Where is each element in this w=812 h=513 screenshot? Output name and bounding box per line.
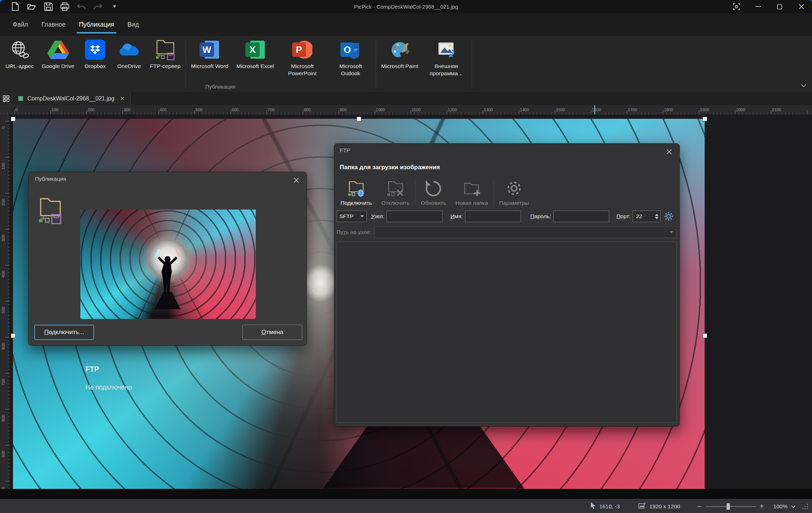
- toolbar-separator: [415, 180, 415, 206]
- ftp-toolbar-label: Новая папка: [455, 200, 488, 206]
- undo-icon[interactable]: [77, 3, 86, 11]
- hruler-label: 1000: [376, 108, 385, 112]
- tab-grid-icon[interactable]: [0, 92, 13, 105]
- title-bar: PicPick - CompDeskWalCol-2968__021.jpg: [0, 0, 812, 13]
- zoom-level: 100%: [773, 503, 788, 510]
- ribbon-item-external-program[interactable]: Внешняя программа⌄: [422, 38, 470, 78]
- publish-service-name: FTP: [85, 365, 99, 373]
- hruler-label: 800: [304, 108, 311, 112]
- ribbon-item-label: Microsoft Outlook: [330, 63, 371, 77]
- ribbon-item-label: Microsoft Paint: [381, 63, 418, 70]
- tab-главное[interactable]: Главное: [41, 18, 66, 31]
- cancel-button[interactable]: Отмена: [242, 325, 302, 340]
- ftp-toolbar-refresh-button[interactable]: Обновить: [416, 179, 451, 208]
- vruler-label: 400: [1, 271, 5, 278]
- picpick-window: PicPick - CompDeskWalCol-2968__021.jpg Ф…: [0, 0, 812, 513]
- new-file-icon[interactable]: [11, 3, 19, 11]
- minimize-button[interactable]: [747, 0, 769, 13]
- password-input[interactable]: [553, 211, 609, 222]
- ribbon-item-globe-link[interactable]: URL-адрес: [1, 38, 38, 71]
- vruler-label: 500: [1, 307, 5, 314]
- ftp-toolbar-disconnect-button[interactable]: Отключить: [377, 179, 414, 208]
- status-bar: 1610, -3 1920 x 1200 − + 100%: [0, 499, 812, 513]
- zoom-in-icon[interactable]: +: [760, 502, 764, 510]
- globe-link-icon: [9, 39, 30, 60]
- ribbon-item-ms-paint[interactable]: Microsoft Paint: [377, 38, 422, 71]
- hruler-label: 900: [340, 108, 347, 112]
- selection-handle-top-left[interactable]: [11, 117, 15, 121]
- publish-dialog: Публикация FTP Не подключено: [28, 172, 307, 346]
- protocol-select[interactable]: SFTP: [336, 211, 367, 222]
- hruler-label: 2000: [736, 108, 745, 112]
- ftp-dialog: FTP Папка для загрузки изображения Подкл…: [334, 143, 680, 427]
- svg-text:P: P: [296, 44, 302, 55]
- redo-icon[interactable]: [94, 3, 102, 11]
- ftp-connection-form: SFTP Узел: Имя: Пароль: Порт: 22: [336, 210, 677, 223]
- ftp-toolbar-connect-button[interactable]: Подключить: [336, 179, 377, 208]
- maximize-button[interactable]: [769, 0, 790, 13]
- image-size: 1920 x 1200: [649, 503, 680, 510]
- ftp-file-list[interactable]: [336, 242, 677, 423]
- gear-icon: [505, 180, 523, 198]
- selection-handle-middle-left[interactable]: [11, 333, 15, 338]
- vruler-label: 200: [1, 199, 5, 206]
- qat-dropdown-caret-icon[interactable]: [110, 3, 119, 11]
- ribbon-item-onedrive[interactable]: OneDrive: [112, 38, 146, 71]
- svg-text:O: O: [344, 44, 351, 55]
- tab-file-icon: [18, 96, 23, 101]
- ribbon-item-ms-outlook[interactable]: OMicrosoft Outlook: [326, 38, 375, 78]
- ribbon-item-label: FTP-сервер: [150, 63, 180, 70]
- ftp-toolbar-label: Обновить: [421, 200, 446, 206]
- hruler-label: 0: [15, 108, 18, 112]
- ftp-toolbar-new-folder-button[interactable]: Новая папка: [451, 179, 492, 208]
- ribbon-item-google-drive[interactable]: Google Drive: [38, 38, 78, 71]
- zoom-chevron-icon[interactable]: [791, 503, 795, 510]
- tab-title: CompDeskWalCol-2968__021.jpg: [27, 95, 114, 102]
- tab-публикация[interactable]: Публикация: [78, 18, 115, 31]
- close-button[interactable]: [790, 0, 812, 13]
- tab-файл[interactable]: Файл: [12, 18, 29, 31]
- port-spinner-arrows[interactable]: [655, 214, 660, 219]
- port-settings-gear-icon[interactable]: [664, 212, 673, 221]
- ribbon-item-label: Microsoft Excel: [236, 63, 274, 70]
- ftp-dialog-close-icon[interactable]: [664, 147, 674, 156]
- ribbon-item-label: Microsoft Word: [191, 63, 228, 70]
- zoom-slider-thumb[interactable]: [727, 503, 730, 510]
- ribbon-item-ms-powerpoint[interactable]: PMicrosoft PowerPoint: [278, 38, 326, 78]
- host-input[interactable]: [387, 211, 442, 222]
- password-label: Пароль:: [530, 213, 551, 220]
- vruler-label: 800: [1, 415, 5, 422]
- selection-handle-top-center[interactable]: [357, 117, 361, 121]
- hruler-label: 500: [196, 108, 202, 112]
- selection-handle-top-right[interactable]: [702, 117, 707, 121]
- window-title: PicPick - CompDeskWalCol-2968__021.jpg: [0, 0, 812, 13]
- connect-button[interactable]: Подключить...: [34, 325, 94, 340]
- ribbon-item-label: Microsoft PowerPoint: [282, 63, 322, 77]
- port-stepper[interactable]: 22: [633, 211, 661, 222]
- save-icon[interactable]: [44, 3, 53, 11]
- selection-handle-middle-right[interactable]: [702, 333, 707, 338]
- ribbon-collapse-chevron-icon[interactable]: [801, 82, 806, 89]
- zoom-out-icon[interactable]: −: [697, 502, 702, 511]
- publish-dialog-close-icon[interactable]: [291, 176, 301, 184]
- print-icon[interactable]: [61, 3, 69, 11]
- ms-excel-icon: X: [245, 39, 266, 60]
- capture-icon[interactable]: [726, 0, 747, 13]
- resize-grip[interactable]: [802, 503, 808, 510]
- name-input[interactable]: [465, 211, 521, 222]
- ribbon-item-ms-word[interactable]: WMicrosoft Word: [187, 38, 232, 71]
- ribbon-item-ms-excel[interactable]: XMicrosoft Excel: [232, 38, 278, 71]
- tab-close-icon[interactable]: ✕: [120, 95, 125, 102]
- document-tab[interactable]: CompDeskWalCol-2968__021.jpg ✕: [13, 92, 131, 105]
- ribbon-item-dropbox[interactable]: Dropbox: [78, 38, 112, 71]
- ribbon-group-label: Публикация: [205, 84, 236, 90]
- zoom-slider[interactable]: [706, 506, 756, 507]
- ribbon-item-ftp-server[interactable]: FTP-сервер: [146, 38, 184, 71]
- remote-path-combobox[interactable]: [374, 226, 677, 238]
- ftp-toolbar-gear-button[interactable]: Параметры: [495, 179, 534, 208]
- hruler-label: 1200: [448, 108, 457, 112]
- silhouette-person: [146, 248, 189, 310]
- open-file-icon[interactable]: [27, 3, 36, 11]
- tab-вид[interactable]: Вид: [127, 18, 140, 31]
- hruler-label: 1800: [664, 108, 673, 112]
